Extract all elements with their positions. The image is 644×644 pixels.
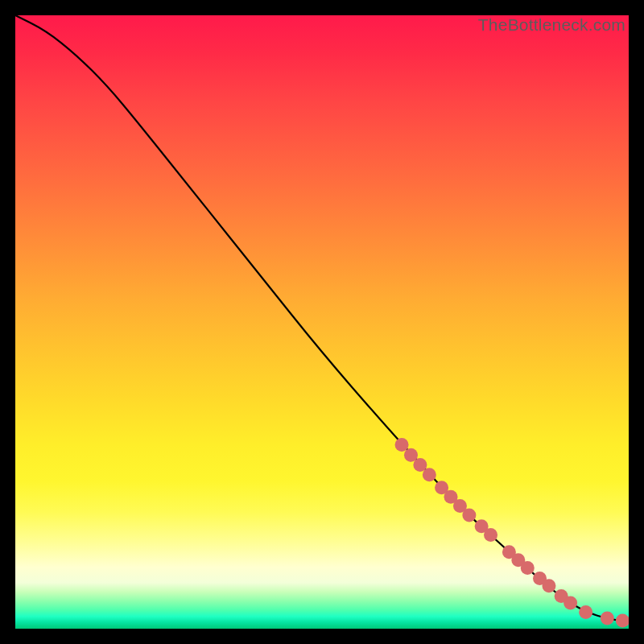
chart-stage: TheBottleneck.com	[0, 0, 644, 644]
data-marker	[395, 438, 409, 452]
data-marker	[462, 509, 476, 522]
data-marker	[579, 605, 592, 619]
bottleneck-curve	[15, 15, 629, 621]
data-marker	[542, 579, 555, 592]
data-marker	[564, 597, 577, 610]
chart-overlay	[15, 15, 629, 629]
data-marker	[423, 468, 436, 481]
data-marker	[601, 612, 614, 625]
plot-area: TheBottleneck.com	[15, 15, 629, 629]
data-marker	[521, 561, 535, 575]
data-markers	[395, 438, 629, 628]
data-marker	[484, 528, 497, 542]
data-marker	[616, 614, 629, 628]
